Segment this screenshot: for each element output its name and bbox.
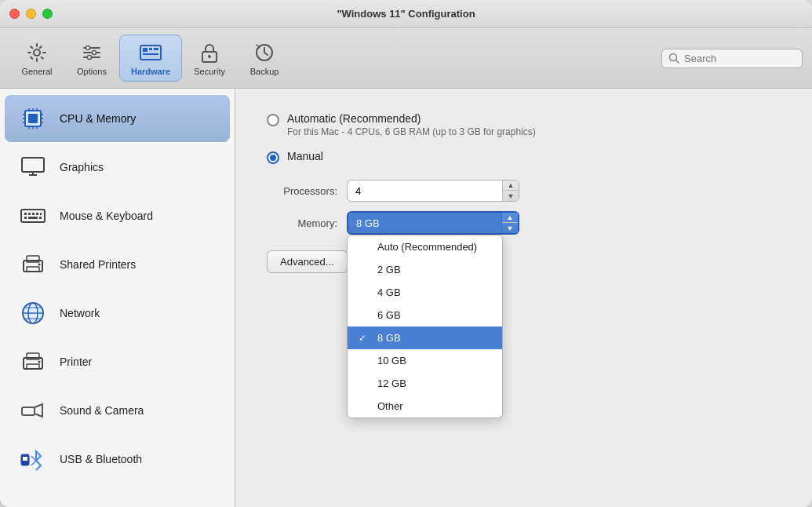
automatic-text-group: Automatic (Recommended) For this Mac - 4… [287,112,536,137]
security-tab-label: Security [194,67,225,76]
processors-up-arrow[interactable]: ▲ [503,181,519,191]
printer-shared-icon [17,249,49,280]
svg-point-6 [88,56,92,60]
processors-row: Processors: ▲ ▼ [267,180,781,202]
sliders-icon [79,40,104,65]
cpu-icon [17,103,49,134]
lock-icon [197,40,222,65]
network-label: Network [60,307,100,319]
svg-rect-35 [21,210,45,222]
printer-icon [17,346,49,378]
memory-down-arrow[interactable]: ▼ [502,223,518,233]
automatic-sublabel: For this Mac - 4 CPUs, 6 GB RAM (up to 3… [287,126,536,137]
memory-value[interactable] [348,213,501,233]
sound-camera-label: Sound & Camera [60,404,144,417]
sidebar-item-graphics[interactable]: Graphics [5,144,230,191]
processors-arrows: ▲ ▼ [502,181,519,201]
svg-point-5 [93,51,96,55]
manual-settings: Processors: ▲ ▼ Memory: [267,180,781,235]
manual-label: Manual [287,150,323,162]
memory-label: Memory: [267,217,337,229]
sidebar: CPU & Memory Graphics [0,89,235,507]
sound-camera-icon [17,395,49,426]
svg-point-4 [86,46,90,50]
maximize-button[interactable] [42,9,53,19]
svg-point-47 [38,264,41,266]
svg-rect-32 [22,158,44,172]
general-tab-label: General [21,67,52,76]
4gb-label: 4 GB [377,286,401,298]
search-box[interactable] [661,49,803,68]
svg-rect-37 [28,213,31,215]
dropdown-item-2gb[interactable]: 2 GB [348,258,502,281]
tab-security[interactable]: Security [182,35,237,81]
usb-bluetooth-label: USB & Bluetooth [60,453,142,465]
4gb-check [359,287,371,298]
svg-rect-41 [24,217,27,219]
tab-backup[interactable]: Backup [237,35,292,81]
search-input[interactable] [684,53,794,64]
processors-down-arrow[interactable]: ▼ [503,191,519,201]
svg-point-0 [34,49,40,56]
sidebar-item-network[interactable]: Network [5,290,230,337]
dropdown-item-8gb[interactable]: ✓ 8 GB [348,326,502,349]
automatic-option[interactable]: Automatic (Recommended) For this Mac - 4… [267,112,781,137]
automatic-radio[interactable] [267,114,279,126]
2gb-label: 2 GB [377,264,401,275]
other-check [359,401,371,412]
6gb-label: 6 GB [377,309,401,321]
sidebar-item-sound-camera[interactable]: Sound & Camera [5,387,230,434]
processors-value[interactable] [348,181,502,201]
sidebar-item-cpu-memory[interactable]: CPU & Memory [5,95,230,142]
mouse-keyboard-label: Mouse & Keyboard [60,210,153,222]
window: "Windows 11" Configuration General [0,0,812,507]
dropdown-item-other[interactable]: Other [348,395,502,418]
dropdown-item-12gb[interactable]: 12 GB [348,372,502,395]
8gb-label: 8 GB [377,332,401,344]
graphics-label: Graphics [60,161,104,173]
sidebar-item-usb-bluetooth[interactable]: USB & Bluetooth [5,436,230,483]
memory-arrows: ▲ ▼ [501,213,518,233]
minimize-button[interactable] [26,9,36,19]
dropdown-item-6gb[interactable]: 6 GB [348,304,502,326]
sidebar-item-printer[interactable]: Printer [5,338,230,385]
svg-rect-7 [140,46,161,60]
svg-rect-8 [143,48,147,52]
automatic-label: Automatic (Recommended) [287,112,536,125]
backup-tab-label: Backup [250,67,279,76]
tab-general[interactable]: General [9,35,64,81]
memory-spinner[interactable]: ▲ ▼ [347,211,519,235]
processors-label: Processors: [267,185,337,197]
processors-spinner[interactable]: ▲ ▼ [347,180,519,202]
tab-hardware[interactable]: Hardware [119,35,182,82]
svg-line-17 [676,60,679,64]
monitor-icon [17,151,49,183]
10gb-label: 10 GB [377,355,406,367]
memory-dropdown: Auto (Recommended) 2 GB 4 GB [347,235,503,418]
manual-option[interactable]: Manual [267,150,781,164]
svg-line-62 [31,461,36,465]
svg-rect-38 [32,213,35,215]
content-panel: Automatic (Recommended) For this Mac - 4… [235,89,812,507]
advanced-button[interactable]: Advanced... [267,250,348,273]
2gb-check [359,264,371,275]
other-label: Other [377,400,403,412]
svg-marker-58 [35,404,42,417]
svg-rect-19 [28,114,38,123]
network-icon [17,297,49,329]
main-content: CPU & Memory Graphics [0,89,812,507]
sidebar-item-shared-printers[interactable]: Shared Printers [5,241,230,288]
tab-options[interactable]: Options [64,35,119,81]
svg-rect-39 [36,213,38,215]
dropdown-item-4gb[interactable]: 4 GB [348,281,502,304]
svg-rect-9 [149,48,152,50]
dropdown-item-auto[interactable]: Auto (Recommended) [348,235,502,258]
manual-radio[interactable] [267,151,279,164]
close-button[interactable] [9,9,20,19]
10gb-check [359,356,371,367]
memory-up-arrow[interactable]: ▲ [502,213,518,223]
sidebar-item-mouse-keyboard[interactable]: Mouse & Keyboard [5,192,230,239]
dropdown-item-10gb[interactable]: 10 GB [348,349,502,372]
6gb-check [359,310,371,321]
svg-rect-11 [143,53,158,55]
